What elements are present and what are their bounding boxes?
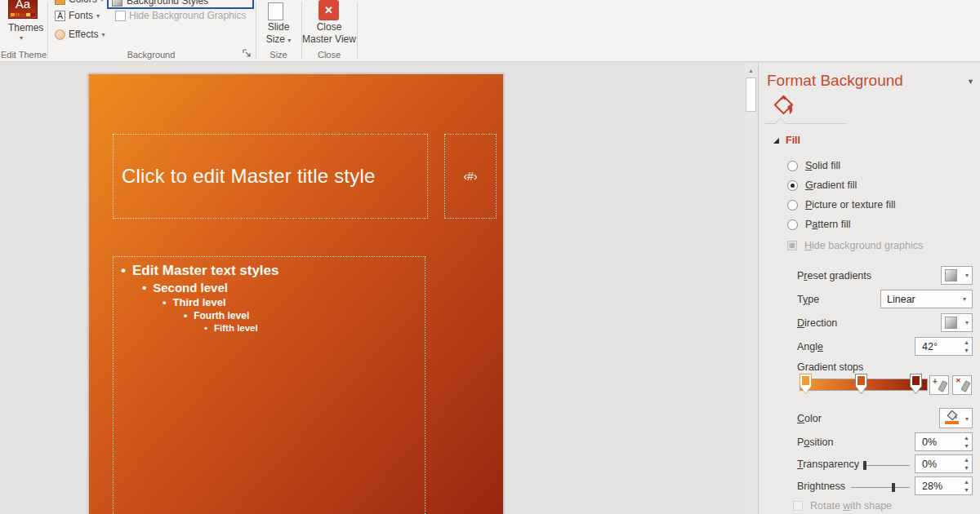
position-value: 0% — [922, 436, 937, 448]
background-styles-label: Background Styles — [127, 0, 208, 7]
powerpoint-slide-master-window: Aa Themes ▾ Edit Theme Colors ▾ A Fonts … — [0, 0, 980, 514]
effects-button-label: Effects — [69, 29, 98, 40]
radio-circle — [787, 161, 798, 171]
gradient-stop-1-selected[interactable] — [800, 374, 812, 394]
direction-label: Direction — [797, 317, 837, 329]
remove-gradient-stop-button[interactable]: ✕ — [952, 375, 972, 395]
dropper-icon — [960, 380, 970, 392]
themes-icon-text: Aa — [16, 0, 30, 11]
position-spinner[interactable]: 0% ▲▼ — [915, 432, 973, 451]
spinner-up-icon[interactable]: ▲ — [964, 434, 969, 442]
spinner-down-icon[interactable]: ▼ — [964, 486, 969, 494]
fonts-button-label: Fonts — [69, 10, 93, 21]
brightness-slider-track[interactable] — [851, 487, 910, 488]
add-gradient-stop-button[interactable]: + — [929, 375, 949, 395]
effects-icon — [55, 29, 65, 40]
master-body-placeholder[interactable]: •Edit Master text styles •Second level •… — [113, 256, 425, 514]
chevron-down-icon: ▾ — [963, 295, 966, 303]
type-combobox[interactable]: Linear ▾ — [880, 290, 973, 308]
fonts-dropdown-icon: ▾ — [96, 12, 100, 20]
fill-section-label: Fill — [786, 135, 800, 146]
fill-bucket-icon[interactable] — [771, 95, 795, 119]
spinner-down-icon[interactable]: ▼ — [964, 442, 969, 450]
radio-circle-selected — [787, 180, 798, 191]
body-level-4: •Fourth level — [184, 310, 249, 321]
spinner-up-icon[interactable]: ▲ — [964, 456, 969, 464]
radio-circle — [787, 219, 798, 230]
hide-background-graphics-label: Hide Background Graphics — [129, 10, 246, 21]
group-separator — [357, 2, 358, 59]
background-styles-icon — [112, 0, 122, 7]
spinner-down-icon[interactable]: ▼ — [964, 347, 969, 355]
slide-size-label-line2: Size ▾ — [256, 33, 301, 45]
colors-button[interactable]: Colors ▾ — [55, 0, 104, 5]
spinner-up-icon[interactable]: ▲ — [964, 339, 969, 347]
solid-fill-radio[interactable]: Solid fill — [787, 160, 840, 171]
direction-dropdown[interactable]: ▾ — [941, 313, 973, 332]
edit-theme-group-label: Edit Theme — [0, 50, 47, 60]
transparency-spinner[interactable]: 0% ▲▼ — [915, 454, 973, 473]
gradient-fill-radio[interactable]: Gradient fill — [787, 179, 857, 191]
pane-menu-chevron-down-icon[interactable]: ▼ — [967, 78, 974, 86]
slide-number-text: ‹#› — [463, 170, 477, 183]
gradient-swatch-icon — [945, 317, 957, 329]
brightness-spinner[interactable]: 28% ▲▼ — [915, 476, 973, 495]
paint-bucket-icon — [946, 410, 959, 422]
effects-dropdown-icon: ▾ — [101, 31, 105, 38]
spinner-up-icon[interactable]: ▲ — [964, 478, 969, 486]
angle-label: Angle — [797, 341, 823, 352]
pattern-fill-radio[interactable]: Pattern fill — [787, 219, 851, 230]
position-label: Position — [797, 436, 833, 448]
master-title-placeholder[interactable]: Click to edit Master title style — [113, 134, 428, 219]
fill-section-header[interactable]: Fill — [773, 135, 800, 146]
colors-icon — [55, 0, 65, 5]
gradient-stop-2[interactable] — [855, 374, 867, 394]
tab-notch — [775, 117, 786, 128]
color-dropdown-button[interactable]: ▾ — [939, 408, 973, 428]
background-styles-button[interactable]: Background Styles — [107, 0, 254, 9]
fonts-icon: A — [55, 11, 65, 21]
transparency-label: Transparency — [797, 459, 859, 470]
current-color-swatch — [945, 421, 959, 424]
spinner-down-icon[interactable]: ▼ — [964, 464, 969, 472]
effects-button[interactable]: Effects ▾ — [55, 29, 105, 40]
gradient-swatch-icon — [945, 269, 957, 281]
gradient-stop-3[interactable] — [910, 374, 922, 394]
scrollbar-up-icon[interactable]: ▲ — [745, 64, 757, 77]
brightness-slider-thumb[interactable] — [892, 483, 895, 492]
chevron-down-icon: ▾ — [965, 319, 969, 326]
themes-icon-chips — [11, 13, 35, 16]
close-master-view-icon: ✕ — [318, 0, 339, 20]
preset-gradients-label: Preset gradients — [797, 270, 871, 281]
vertical-scrollbar[interactable]: ▲ — [743, 63, 757, 514]
type-label: Type — [797, 294, 819, 305]
gradient-stops-label: Gradient stops — [797, 361, 863, 373]
ribbon: Aa Themes ▾ Edit Theme Colors ▾ A Fonts … — [0, 0, 980, 62]
picture-or-texture-fill-radio[interactable]: Picture or texture fill — [787, 199, 895, 210]
angle-value: 42° — [922, 341, 938, 352]
slide-number-placeholder[interactable]: ‹#› — [444, 134, 497, 219]
checkbox-disabled — [793, 501, 803, 511]
body-level-3: •Third level — [163, 296, 226, 308]
transparency-value: 0% — [922, 459, 937, 470]
slide-size-icon — [268, 2, 283, 20]
scrollbar-thumb[interactable] — [746, 78, 756, 112]
close-master-view-label-line2: Master View — [299, 33, 359, 45]
hide-background-graphics-checkbox-box — [115, 11, 126, 21]
format-background-pane: Format Background ▼ Fill Solid fill Grad… — [758, 63, 980, 514]
fonts-button[interactable]: A Fonts ▾ — [55, 10, 100, 21]
slide-size-label-line1: Slide — [256, 21, 301, 33]
slide-master-canvas[interactable]: Click to edit Master title style ‹#› •Ed… — [88, 73, 504, 514]
preset-gradients-dropdown[interactable]: ▾ — [941, 266, 973, 285]
transparency-slider-thumb[interactable] — [863, 461, 866, 470]
background-dialog-launcher-icon[interactable] — [243, 49, 252, 58]
rotate-with-shape-checkbox: Rotate with shape — [793, 500, 892, 512]
checkbox-indeterminate-disabled — [787, 241, 797, 250]
angle-spinner[interactable]: 42° ▲▼ — [915, 337, 973, 356]
close-master-view-label-line1: Close — [302, 21, 356, 33]
hide-background-graphics-pane-checkbox: Hide background graphics — [787, 240, 923, 251]
transparency-slider-track[interactable] — [863, 465, 910, 466]
hide-background-graphics-checkbox[interactable]: Hide Background Graphics — [115, 10, 246, 21]
pane-title: Format Background — [767, 72, 903, 90]
colors-dropdown-icon: ▾ — [100, 0, 104, 3]
